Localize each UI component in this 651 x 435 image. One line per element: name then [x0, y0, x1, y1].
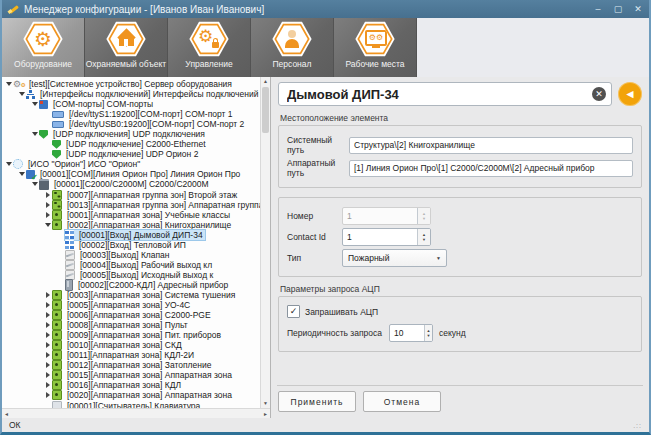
expand-closed-icon[interactable] [44, 292, 52, 298]
expand-closed-icon[interactable] [44, 202, 52, 208]
element-name-input[interactable] [278, 82, 612, 106]
tree-row[interactable]: [0005][Аппаратная зона] УО-4С [2, 300, 260, 310]
tree-item-label: [0007][Аппаратная группа зон] Второй эта… [65, 190, 239, 200]
tree-row[interactable]: [0011][Аппаратная зона] КДЛ-2И [2, 350, 260, 360]
maximize-button[interactable]: ▢ [613, 4, 623, 14]
tree-row[interactable]: [0015][Аппаратная зона] Аппаратная зона [2, 370, 260, 380]
back-button[interactable]: ◄ [618, 82, 642, 106]
resize-grip-icon[interactable]: .:: [633, 422, 642, 429]
expand-closed-icon[interactable] [44, 342, 52, 348]
tree-vertical-scrollbar[interactable]: ▲ ▼ [260, 77, 270, 408]
cancel-button[interactable]: Отмена [363, 391, 441, 412]
tree-row[interactable]: [0007][Аппаратная группа зон] Второй эта… [2, 190, 260, 200]
type-dropdown[interactable]: Пожарный ▼ [342, 249, 447, 267]
tree-row[interactable]: [ИСО "Орион"] ИСО "Орион" [2, 159, 260, 169]
contact-id-spin-arrows-icon[interactable]: ▲▼ [417, 229, 430, 245]
tree-row[interactable]: [/dev/ttyUSB0:19200][COM-порт] COM-порт … [2, 119, 260, 129]
expand-closed-icon[interactable] [44, 392, 52, 398]
tree-row-selected[interactable]: [00001][Вход] Дымовой ДИП-34 [2, 230, 260, 240]
scrollbar-thumb[interactable] [262, 87, 269, 133]
type-label: Тип [287, 253, 342, 263]
scroll-right-icon[interactable]: ► [263, 411, 268, 417]
tree-item-label: [ИСО "Орион"] ИСО "Орион" [26, 159, 142, 169]
contact-id-spinner[interactable]: ▲▼ [342, 228, 431, 246]
minimize-button[interactable]: – [593, 4, 603, 14]
close-button[interactable]: ✕ [633, 4, 643, 14]
tree-row[interactable]: [UDP подключение] UDP Орион 2 [2, 149, 260, 159]
tree-row[interactable]: [0020][Аппаратная зона] Аппаратная зона [2, 390, 260, 400]
kdl-icon [65, 279, 73, 291]
expand-closed-icon[interactable] [44, 322, 52, 328]
contact-id-value[interactable] [343, 229, 417, 245]
expand-closed-icon[interactable] [44, 212, 52, 218]
toolbar-button-workstations[interactable]: ⚙⚙ Рабочие места [334, 18, 417, 77]
expand-closed-icon[interactable] [44, 332, 52, 338]
tree-row[interactable]: [0016][Аппаратная зона] КДЛ [2, 380, 260, 390]
tree-row[interactable]: [0010][Аппаратная зона] СКД [2, 340, 260, 350]
tree-row[interactable]: [0012][Аппаратная зона] Затопление [2, 360, 260, 370]
tree-row[interactable]: [/dev/ttyS1:19200][COM-порт] COM-порт 1 [2, 109, 260, 119]
tree-row[interactable]: [00004][Выход] Рабочий выход кл [2, 260, 260, 270]
expand-open-icon[interactable] [31, 102, 39, 106]
scroll-left-icon[interactable]: ◄ [4, 411, 9, 417]
tree-row[interactable]: [0008][Аппаратная зона] Пульт [2, 320, 260, 330]
tree-row[interactable]: [00001][Считыватель] Клавиатура [2, 401, 260, 409]
period-spinner[interactable]: ▲▼ [389, 324, 433, 342]
expand-open-icon[interactable] [31, 132, 39, 136]
tree-item-label: [test][Системное устройство] Сервер обор… [27, 79, 234, 89]
expand-closed-icon[interactable] [44, 362, 52, 368]
tree-row[interactable]: [COM-порты] COM-порты [2, 99, 260, 109]
expand-open-icon[interactable] [44, 223, 52, 227]
period-label: Периодичность запроса [287, 328, 389, 338]
toolbar-button-management[interactable]: ⚙ Управление [168, 18, 251, 77]
tree-row[interactable]: [0002][Аппаратная зона] Книгохранилище [2, 220, 260, 230]
tree-row[interactable]: [00002][С2000-КДЛ] Адресный прибор [2, 280, 260, 290]
tree-row[interactable]: [00005][Выход] Исходный выход к [2, 270, 260, 280]
tree-row[interactable]: [0003][Аппаратная зона] Система тушения [2, 290, 260, 300]
tree-item-label: [00005][Выход] Исходный выход к [78, 270, 215, 280]
tree-row[interactable]: [0013][Аппаратная группа зон] Аппаратная… [2, 200, 260, 210]
zone-icon [52, 330, 62, 340]
expand-closed-icon[interactable] [44, 352, 52, 358]
tree-item-label: [0015][Аппаратная зона] Аппаратная зона [65, 370, 234, 380]
expand-open-icon[interactable] [18, 92, 26, 96]
toolbar-button-protected-object[interactable]: Охраняемый объект [85, 18, 168, 77]
expand-closed-icon[interactable] [44, 382, 52, 388]
period-value[interactable] [390, 325, 424, 341]
hardware-path-input[interactable] [349, 160, 633, 177]
scroll-down-icon[interactable]: ▼ [263, 399, 268, 408]
expand-closed-icon[interactable] [44, 192, 52, 198]
tree-row[interactable]: ⚙[test][Системное устройство] Сервер обо… [2, 79, 260, 89]
period-spin-arrows-icon[interactable]: ▲▼ [424, 325, 432, 341]
system-path-input[interactable] [349, 137, 633, 154]
tree-row[interactable]: [00001][C2000/C2000M] C2000/C2000M [2, 179, 260, 189]
tree-row[interactable]: [00001][COM][Линия Орион Про] Линия Орио… [2, 169, 260, 179]
expand-closed-icon[interactable] [44, 302, 52, 308]
tree-row[interactable]: [UDP подключение] C2000-Ethernet [2, 139, 260, 149]
tree-horizontal-scrollbar[interactable]: ◄ ► [2, 408, 270, 418]
type-value: Пожарный [348, 253, 389, 263]
tree-row[interactable]: [0006][Аппаратная зона] C2000-PGE [2, 310, 260, 320]
tree-row[interactable]: [Интерфейсы подключений] Интерфейсы подк… [2, 89, 260, 99]
tree-row[interactable]: [UDP подключения] UDP подключения [2, 129, 260, 139]
expand-open-icon[interactable] [5, 82, 13, 86]
tree-row[interactable]: [00002][Вход] Тепловой ИП [2, 240, 260, 250]
apply-button[interactable]: Применить [278, 391, 356, 412]
toolbar-button-equipment[interactable]: ⚙ Оборудование [2, 18, 85, 77]
zone-icon [52, 210, 62, 220]
request-adc-checkbox[interactable]: ✓ [287, 305, 300, 318]
scroll-up-icon[interactable]: ▲ [263, 77, 268, 86]
expand-open-icon[interactable] [18, 172, 26, 176]
toolbar-button-personnel[interactable]: Персонал [251, 18, 334, 77]
expand-open-icon[interactable] [5, 162, 13, 166]
main-toolbar: ⚙ Оборудование Охраняемый объект ⚙ Управ… [2, 18, 649, 77]
tree-row[interactable]: [00003][Выход] Клапан [2, 250, 260, 260]
device-tree: ⚙[test][Системное устройство] Сервер обо… [2, 77, 260, 408]
tree-row[interactable]: [0009][Аппаратная зона] Пит. приборов [2, 330, 260, 340]
tree-row[interactable]: [0001][Аппаратная зона] Учебные классы [2, 210, 260, 220]
expand-closed-icon[interactable] [44, 372, 52, 378]
expand-open-icon[interactable] [31, 182, 39, 186]
window-title: Менеджер конфигурации - [Иванов Иван Ива… [24, 4, 588, 15]
clear-name-icon[interactable]: ✕ [592, 87, 606, 101]
expand-closed-icon[interactable] [44, 312, 52, 318]
